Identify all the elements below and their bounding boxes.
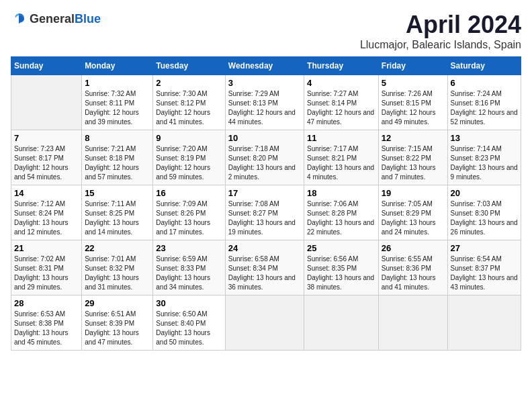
subtitle: Llucmajor, Balearic Islands, Spain [360,39,521,51]
day-number: 10 [228,133,301,143]
main-title: April 2024 [360,11,521,39]
day-info: Sunrise: 6:51 AMSunset: 8:39 PMDaylight:… [85,310,150,347]
day-number: 19 [382,188,445,198]
day-cell: 30Sunrise: 6:50 AMSunset: 8:40 PMDayligh… [153,295,225,351]
day-number: 11 [307,133,375,143]
day-cell [378,295,447,351]
day-info: Sunrise: 7:01 AMSunset: 8:32 PMDaylight:… [85,255,150,292]
column-header-saturday: Saturday [447,57,521,75]
day-info: Sunrise: 6:53 AMSunset: 8:38 PMDaylight:… [14,310,79,347]
day-cell: 17Sunrise: 7:08 AMSunset: 8:27 PMDayligh… [225,185,304,240]
header: GeneralBlue April 2024 Llucmajor, Balear… [11,11,521,51]
day-number: 24 [228,243,301,253]
logo-general: General [30,12,75,26]
day-number: 23 [156,243,222,253]
day-info: Sunrise: 6:58 AMSunset: 8:34 PMDaylight:… [228,255,301,292]
day-cell: 11Sunrise: 7:17 AMSunset: 8:21 PMDayligh… [304,130,379,185]
day-cell [225,295,304,351]
day-cell [11,75,82,130]
day-number: 6 [451,78,518,88]
day-info: Sunrise: 6:54 AMSunset: 8:37 PMDaylight:… [451,255,518,292]
day-cell: 20Sunrise: 7:03 AMSunset: 8:30 PMDayligh… [447,185,521,240]
day-info: Sunrise: 7:02 AMSunset: 8:31 PMDaylight:… [14,255,79,292]
day-info: Sunrise: 6:50 AMSunset: 8:40 PMDaylight:… [156,310,222,347]
day-cell: 21Sunrise: 7:02 AMSunset: 8:31 PMDayligh… [11,240,82,295]
day-number: 2 [156,78,222,88]
day-cell: 3Sunrise: 7:29 AMSunset: 8:13 PMDaylight… [225,75,304,130]
day-info: Sunrise: 6:59 AMSunset: 8:33 PMDaylight:… [156,255,222,292]
day-number: 21 [14,243,79,253]
day-info: Sunrise: 7:24 AMSunset: 8:16 PMDaylight:… [451,89,518,127]
day-number: 25 [307,243,375,253]
day-info: Sunrise: 7:14 AMSunset: 8:23 PMDaylight:… [451,144,518,182]
week-row-4: 21Sunrise: 7:02 AMSunset: 8:31 PMDayligh… [11,240,521,295]
day-cell: 15Sunrise: 7:11 AMSunset: 8:25 PMDayligh… [82,185,153,240]
day-number: 22 [85,243,150,253]
day-info: Sunrise: 7:15 AMSunset: 8:22 PMDaylight:… [382,144,445,182]
day-cell: 2Sunrise: 7:30 AMSunset: 8:12 PMDaylight… [153,75,225,130]
day-info: Sunrise: 7:11 AMSunset: 8:25 PMDaylight:… [85,199,150,237]
day-cell: 29Sunrise: 6:51 AMSunset: 8:39 PMDayligh… [82,295,153,351]
day-number: 13 [451,133,518,143]
day-cell [304,295,379,351]
day-number: 27 [451,243,518,253]
day-number: 30 [156,298,222,308]
day-info: Sunrise: 7:03 AMSunset: 8:30 PMDaylight:… [451,199,518,237]
day-cell: 16Sunrise: 7:09 AMSunset: 8:26 PMDayligh… [153,185,225,240]
day-number: 8 [85,133,150,143]
day-cell: 5Sunrise: 7:26 AMSunset: 8:15 PMDaylight… [378,75,447,130]
day-cell [447,295,521,351]
day-info: Sunrise: 7:26 AMSunset: 8:15 PMDaylight:… [382,89,445,127]
column-header-monday: Monday [82,57,153,75]
day-number: 15 [85,188,150,198]
day-cell: 10Sunrise: 7:18 AMSunset: 8:20 PMDayligh… [225,130,304,185]
day-info: Sunrise: 6:56 AMSunset: 8:35 PMDaylight:… [307,255,375,292]
day-cell: 7Sunrise: 7:23 AMSunset: 8:17 PMDaylight… [11,130,82,185]
day-number: 26 [382,243,445,253]
day-number: 3 [228,78,301,88]
day-info: Sunrise: 7:08 AMSunset: 8:27 PMDaylight:… [228,199,301,237]
day-cell: 26Sunrise: 6:55 AMSunset: 8:36 PMDayligh… [378,240,447,295]
day-info: Sunrise: 7:29 AMSunset: 8:13 PMDaylight:… [228,89,301,127]
day-cell: 22Sunrise: 7:01 AMSunset: 8:32 PMDayligh… [82,240,153,295]
column-header-friday: Friday [378,57,447,75]
day-cell: 12Sunrise: 7:15 AMSunset: 8:22 PMDayligh… [378,130,447,185]
logo: GeneralBlue [11,11,101,27]
column-header-thursday: Thursday [304,57,379,75]
header-row: SundayMondayTuesdayWednesdayThursdayFrid… [11,57,521,75]
day-info: Sunrise: 7:20 AMSunset: 8:19 PMDaylight:… [156,144,222,182]
day-number: 12 [382,133,445,143]
title-area: April 2024 Llucmajor, Balearic Islands, … [360,11,521,51]
day-info: Sunrise: 7:18 AMSunset: 8:20 PMDaylight:… [228,144,301,182]
day-cell: 9Sunrise: 7:20 AMSunset: 8:19 PMDaylight… [153,130,225,185]
day-number: 14 [14,188,79,198]
day-info: Sunrise: 7:17 AMSunset: 8:21 PMDaylight:… [307,144,375,182]
day-info: Sunrise: 6:55 AMSunset: 8:36 PMDaylight:… [382,255,445,292]
day-info: Sunrise: 7:27 AMSunset: 8:14 PMDaylight:… [307,89,375,127]
day-cell: 24Sunrise: 6:58 AMSunset: 8:34 PMDayligh… [225,240,304,295]
day-cell: 28Sunrise: 6:53 AMSunset: 8:38 PMDayligh… [11,295,82,351]
day-cell: 1Sunrise: 7:32 AMSunset: 8:11 PMDaylight… [82,75,153,130]
week-row-5: 28Sunrise: 6:53 AMSunset: 8:38 PMDayligh… [11,295,521,351]
day-info: Sunrise: 7:05 AMSunset: 8:29 PMDaylight:… [382,199,445,237]
day-info: Sunrise: 7:21 AMSunset: 8:18 PMDaylight:… [85,144,150,182]
day-cell: 25Sunrise: 6:56 AMSunset: 8:35 PMDayligh… [304,240,379,295]
day-number: 17 [228,188,301,198]
day-cell: 19Sunrise: 7:05 AMSunset: 8:29 PMDayligh… [378,185,447,240]
week-row-3: 14Sunrise: 7:12 AMSunset: 8:24 PMDayligh… [11,185,521,240]
day-info: Sunrise: 7:12 AMSunset: 8:24 PMDaylight:… [14,199,79,237]
day-number: 29 [85,298,150,308]
day-number: 1 [85,78,150,88]
day-number: 5 [382,78,445,88]
day-number: 20 [451,188,518,198]
day-info: Sunrise: 7:09 AMSunset: 8:26 PMDaylight:… [156,199,222,237]
day-info: Sunrise: 7:23 AMSunset: 8:17 PMDaylight:… [14,144,79,182]
calendar-table: SundayMondayTuesdayWednesdayThursdayFrid… [11,56,521,351]
logo-icon [11,11,27,27]
column-header-tuesday: Tuesday [153,57,225,75]
day-number: 16 [156,188,222,198]
week-row-2: 7Sunrise: 7:23 AMSunset: 8:17 PMDaylight… [11,130,521,185]
day-number: 18 [307,188,375,198]
day-cell: 4Sunrise: 7:27 AMSunset: 8:14 PMDaylight… [304,75,379,130]
day-cell: 18Sunrise: 7:06 AMSunset: 8:28 PMDayligh… [304,185,379,240]
